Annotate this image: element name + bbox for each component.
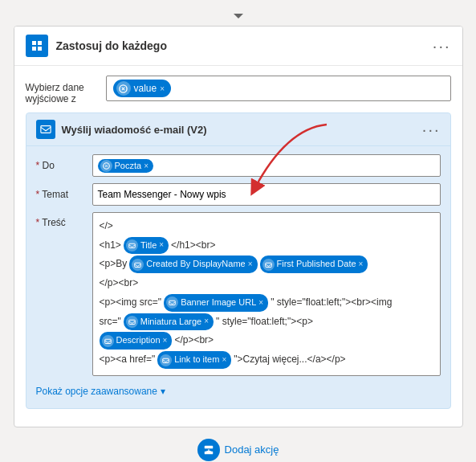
svg-rect-1 bbox=[40, 126, 50, 133]
link-to-item-token-close[interactable]: × bbox=[222, 353, 226, 367]
outer-card-icon bbox=[26, 35, 48, 57]
poczta-token-close[interactable]: × bbox=[144, 161, 148, 170]
wybierz-label: Wybierz dane wyjściowe z bbox=[26, 76, 106, 104]
do-label: Do bbox=[36, 160, 92, 171]
top-arrow-down bbox=[14, 8, 463, 22]
value-token-label: value bbox=[134, 83, 157, 94]
temat-row: Temat Team Messenger - Nowy wpis bbox=[36, 183, 441, 206]
inner-card-dots[interactable]: ··· bbox=[422, 121, 441, 139]
temat-value: Team Messenger - Nowy wpis bbox=[98, 189, 226, 200]
treść-line-8: <p><a href=" Link to item bbox=[100, 351, 433, 369]
poczta-token-icon bbox=[100, 160, 112, 172]
treść-row: Treść </> <h1> bbox=[36, 212, 441, 376]
token-icon bbox=[116, 81, 131, 96]
poczta-token-label: Poczta bbox=[115, 161, 142, 170]
svg-rect-10 bbox=[204, 446, 213, 449]
first-published-token-close[interactable]: × bbox=[359, 257, 364, 272]
add-action-label: Dodaj akcję bbox=[225, 444, 279, 456]
treść-line-6: src=" Miniatura Large bbox=[100, 313, 433, 331]
banner-image-token[interactable]: Banner Image URL × bbox=[164, 294, 268, 312]
inner-card-title: Wyślij wiadomość e-mail (V2) bbox=[62, 124, 422, 136]
title-token[interactable]: Title × bbox=[124, 237, 169, 255]
temat-field[interactable]: Team Messenger - Nowy wpis bbox=[92, 183, 441, 206]
miniatura-token-icon bbox=[126, 316, 138, 328]
treść-field[interactable]: </> <h1> bbox=[92, 212, 441, 376]
do-field[interactable]: Poczta × bbox=[92, 154, 441, 177]
poczta-token[interactable]: Poczta × bbox=[98, 159, 153, 173]
add-action-button[interactable]: Dodaj akcję bbox=[197, 439, 279, 461]
treść-line-4: </p><br> bbox=[100, 275, 433, 292]
outer-card-header: Zastosuj do każdego ··· bbox=[14, 27, 462, 66]
title-token-icon bbox=[126, 239, 138, 251]
banner-image-token-close[interactable]: × bbox=[258, 296, 263, 310]
description-token[interactable]: Description × bbox=[100, 332, 173, 350]
treść-label: Treść bbox=[36, 212, 92, 228]
link-to-item-token[interactable]: Link to item × bbox=[157, 351, 231, 369]
treść-line-5: <p><img src=" Banner Image URL bbox=[100, 294, 433, 312]
treść-line-1: </> bbox=[100, 218, 433, 235]
treść-line-7: Description × </p><br> bbox=[100, 332, 433, 350]
banner-image-token-icon bbox=[166, 296, 178, 309]
outer-card-body: Wybierz dane wyjściowe z value × bbox=[14, 66, 462, 427]
miniatura-token[interactable]: Miniatura Large × bbox=[124, 313, 214, 331]
first-published-token-icon bbox=[262, 259, 275, 271]
add-action-icon bbox=[197, 439, 220, 461]
outer-card-title: Zastosuj do każdego bbox=[56, 39, 433, 52]
miniatura-token-close[interactable]: × bbox=[204, 314, 209, 329]
inner-card-icon bbox=[36, 120, 55, 139]
treść-line-2: <h1> Title × bbox=[100, 237, 433, 255]
created-by-token-icon bbox=[132, 259, 144, 271]
wybierz-field[interactable]: value × bbox=[106, 76, 451, 101]
outer-card-dots[interactable]: ··· bbox=[433, 37, 451, 55]
show-advanced[interactable]: Pokaż opcje zaawansowane ▾ bbox=[36, 382, 441, 400]
created-by-token-close[interactable]: × bbox=[248, 257, 253, 272]
title-token-close[interactable]: × bbox=[159, 238, 164, 252]
inner-card-body: Do Poczta × bbox=[26, 146, 450, 408]
inner-card-header: Wyślij wiadomość e-mail (V2) ··· bbox=[26, 113, 450, 146]
temat-label: Temat bbox=[36, 189, 92, 200]
do-row: Do Poczta × bbox=[36, 154, 441, 177]
description-token-icon bbox=[102, 335, 114, 347]
add-action-container: Dodaj akcję bbox=[14, 439, 463, 461]
value-token-close[interactable]: × bbox=[160, 84, 165, 93]
wybierz-row: Wybierz dane wyjściowe z value × bbox=[26, 76, 451, 104]
treść-line-3: <p>By Created By DisplayName bbox=[100, 256, 433, 273]
inner-card: Wyślij wiadomość e-mail (V2) ··· Do bbox=[26, 112, 451, 409]
show-advanced-label: Pokaż opcje zaawansowane bbox=[36, 386, 157, 397]
first-published-token[interactable]: First Published Date × bbox=[260, 256, 368, 273]
created-by-token[interactable]: Created By DisplayName × bbox=[129, 256, 257, 273]
outer-card: Zastosuj do każdego ··· Wybierz dane wyj… bbox=[14, 26, 463, 427]
link-to-item-token-icon bbox=[160, 354, 172, 366]
chevron-down-icon: ▾ bbox=[161, 386, 165, 397]
description-token-close[interactable]: × bbox=[163, 333, 168, 348]
value-token[interactable]: value × bbox=[113, 80, 172, 97]
